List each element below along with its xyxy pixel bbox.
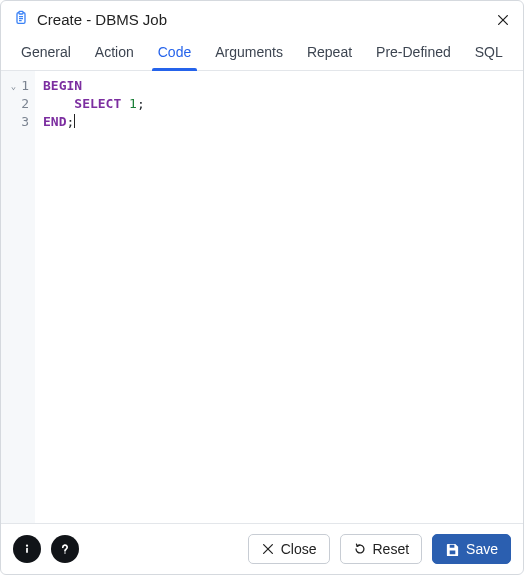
line-number: ⌄1 xyxy=(9,77,29,95)
title-bar: Create - DBMS Job xyxy=(1,1,523,36)
tab-sql[interactable]: SQL xyxy=(463,36,515,70)
close-button[interactable]: Close xyxy=(248,534,330,564)
code-editor[interactable]: ⌄123 BEGIN SELECT 1;END; xyxy=(1,71,523,524)
tab-pre-defined[interactable]: Pre-Defined xyxy=(364,36,463,70)
tab-action[interactable]: Action xyxy=(83,36,146,70)
code-line: BEGIN xyxy=(43,77,515,95)
info-button[interactable] xyxy=(13,535,41,563)
line-number: 3 xyxy=(9,113,29,131)
reset-button-label: Reset xyxy=(373,541,410,557)
tab-bar: GeneralActionCodeArgumentsRepeatPre-Defi… xyxy=(1,36,523,71)
tab-arguments[interactable]: Arguments xyxy=(203,36,295,70)
chevron-down-icon[interactable]: ⌄ xyxy=(11,77,16,95)
text-cursor xyxy=(74,114,75,128)
save-button[interactable]: Save xyxy=(432,534,511,564)
svg-rect-1 xyxy=(19,11,23,14)
code-line: END; xyxy=(43,113,515,131)
dialog-footer: Close Reset Save xyxy=(1,524,523,574)
svg-point-7 xyxy=(26,545,28,547)
tab-general[interactable]: General xyxy=(9,36,83,70)
close-button-label: Close xyxy=(281,541,317,557)
close-icon[interactable] xyxy=(495,12,511,28)
help-button[interactable] xyxy=(51,535,79,563)
code-area[interactable]: BEGIN SELECT 1;END; xyxy=(35,71,523,523)
svg-point-9 xyxy=(64,552,66,554)
code-line: SELECT 1; xyxy=(43,95,515,113)
dialog-title: Create - DBMS Job xyxy=(37,11,167,28)
tab-repeat[interactable]: Repeat xyxy=(295,36,364,70)
line-number-gutter: ⌄123 xyxy=(1,71,35,523)
reset-button[interactable]: Reset xyxy=(340,534,423,564)
dbms-job-dialog: Create - DBMS Job GeneralActionCodeArgum… xyxy=(0,0,524,575)
save-button-label: Save xyxy=(466,541,498,557)
clipboard-icon xyxy=(13,9,29,30)
tab-code[interactable]: Code xyxy=(146,36,203,70)
line-number: 2 xyxy=(9,95,29,113)
svg-rect-8 xyxy=(26,548,28,553)
